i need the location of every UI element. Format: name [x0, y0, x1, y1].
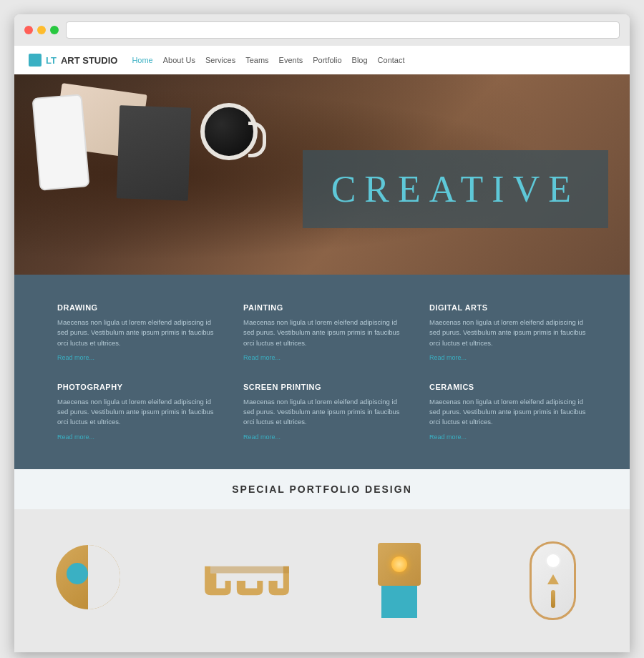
wooden-u-shape [199, 559, 292, 602]
wooden-rounded-object [530, 541, 576, 620]
wooden-cut [88, 545, 120, 609]
nav-links: Home About Us Services Teams Events Port… [132, 56, 404, 64]
service-digital-title: DIGITAL ARTS [429, 303, 587, 312]
wooden-object-1 [56, 545, 127, 617]
service-drawing: DRAWING Maecenas non ligula ut lorem ele… [57, 303, 215, 361]
nav-teams[interactable]: Teams [245, 56, 268, 64]
service-photography-text: Maecenas non ligula ut lorem eleifend ad… [57, 397, 215, 428]
service-screenprint: SCREEN PRINTING Maecenas non ligula ut l… [243, 383, 401, 441]
nav-about[interactable]: About Us [163, 56, 195, 64]
hero-section: CREATIVE [14, 74, 630, 275]
service-painting-title: PAINTING [243, 303, 401, 312]
lamp-light [391, 556, 407, 572]
service-drawing-text: Maecenas non ligula ut lorem eleifend ad… [57, 318, 215, 348]
logo-name: ART STUDIO [61, 55, 117, 66]
browser-toolbar [14, 14, 630, 46]
logo-lt: LT [46, 55, 57, 66]
hero-creative-text: CREATIVE [331, 168, 580, 210]
gallery-section [14, 509, 630, 652]
lamp-base [381, 582, 417, 618]
services-grid: DRAWING Maecenas non ligula ut lorem ele… [57, 303, 587, 441]
object-circle [545, 553, 561, 569]
hero-phone [31, 94, 89, 191]
nav-blog[interactable]: Blog [352, 56, 368, 64]
gallery-item-2 [168, 509, 322, 652]
navigation: LT ART STUDIO Home About Us Services Tea… [14, 46, 630, 74]
logo-icon [29, 54, 42, 67]
browser-window: LT ART STUDIO Home About Us Services Tea… [14, 14, 630, 652]
address-bar[interactable] [66, 21, 620, 39]
portfolio-section: SPECIAL PORTFOLIO DESIGN [14, 469, 630, 509]
gallery-item-3 [322, 509, 476, 652]
maximize-button[interactable] [50, 26, 59, 34]
service-ceramics-readmore[interactable]: Read more... [429, 433, 587, 441]
wooden-inner-circle [67, 563, 88, 584]
nav-portfolio[interactable]: Portfolio [313, 56, 341, 64]
service-ceramics: CERAMICS Maecenas non ligula ut lorem el… [429, 383, 587, 441]
close-button[interactable] [24, 26, 33, 34]
service-painting: PAINTING Maecenas non ligula ut lorem el… [243, 303, 401, 361]
hero-cup [200, 103, 258, 160]
services-section: DRAWING Maecenas non ligula ut lorem ele… [14, 275, 630, 469]
nav-events[interactable]: Events [279, 56, 303, 64]
service-photography-readmore[interactable]: Read more... [57, 433, 215, 441]
wooden-lamp [374, 543, 424, 618]
service-digital-readmore[interactable]: Read more... [429, 354, 587, 361]
nav-services[interactable]: Services [205, 56, 235, 64]
service-ceramics-text: Maecenas non ligula ut lorem eleifend ad… [429, 397, 587, 428]
service-screenprint-title: SCREEN PRINTING [243, 383, 401, 391]
object-triangle [547, 574, 559, 584]
logo[interactable]: LT ART STUDIO [29, 54, 117, 67]
service-digital-text: Maecenas non ligula ut lorem eleifend ad… [429, 318, 587, 348]
hero-book [117, 105, 191, 200]
service-drawing-readmore[interactable]: Read more... [57, 354, 215, 361]
minimize-button[interactable] [37, 26, 46, 34]
gallery-item-4 [476, 509, 630, 652]
wooden-half-circle [56, 545, 120, 609]
portfolio-title: SPECIAL PORTFOLIO DESIGN [29, 483, 615, 495]
nav-contact[interactable]: Contact [378, 56, 405, 64]
service-painting-text: Maecenas non ligula ut lorem eleifend ad… [243, 318, 401, 348]
service-drawing-title: DRAWING [57, 303, 215, 312]
service-digital: DIGITAL ARTS Maecenas non ligula ut lore… [429, 303, 587, 361]
service-painting-readmore[interactable]: Read more... [243, 354, 401, 361]
service-screenprint-readmore[interactable]: Read more... [243, 433, 401, 441]
lamp-body [378, 543, 421, 586]
website-content: LT ART STUDIO Home About Us Services Tea… [14, 46, 630, 652]
gallery-item-1 [14, 509, 168, 652]
service-photography-title: PHOTOGRAPHY [57, 383, 215, 391]
service-screenprint-text: Maecenas non ligula ut lorem eleifend ad… [243, 397, 401, 428]
traffic-lights [24, 26, 59, 34]
object-stick [551, 590, 555, 608]
service-ceramics-title: CERAMICS [429, 383, 587, 391]
hero-text-block: CREATIVE [303, 150, 608, 228]
nav-home[interactable]: Home [132, 56, 152, 64]
service-photography: PHOTOGRAPHY Maecenas non ligula ut lorem… [57, 383, 215, 441]
